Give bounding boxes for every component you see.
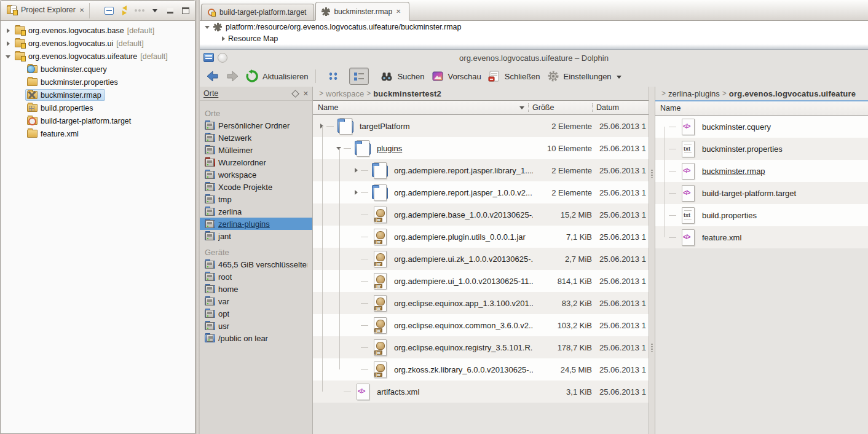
- expander-icon[interactable]: [352, 365, 361, 374]
- places-item[interactable]: 465,5 GiB verschlüsselter C: [200, 258, 312, 270]
- file-row[interactable]: org.eclipse.equinox.common_3.6.0.v2... 1…: [313, 314, 649, 336]
- places-item[interactable]: usr: [200, 320, 312, 332]
- project-explorer-tab[interactable]: Project Explorer ✕: [4, 3, 90, 18]
- close-panel-icon[interactable]: ✕: [303, 90, 309, 98]
- float-panel-icon[interactable]: [291, 90, 299, 98]
- expander-icon[interactable]: [17, 117, 25, 125]
- tree-item[interactable]: org.evenos.logvocatus.base [default]: [2, 24, 194, 37]
- expander-icon[interactable]: [17, 104, 25, 112]
- tree-item[interactable]: build.properties: [2, 101, 194, 114]
- file-row[interactable]: plugins 10 Elemente 25.06.2013 1: [313, 137, 649, 159]
- view-menu-icon[interactable]: [149, 6, 160, 15]
- expander-icon[interactable]: [17, 65, 25, 74]
- file-row[interactable]: artifacts.xml 3,1 KiB 25.06.2013 1: [313, 381, 649, 403]
- refresh-button[interactable]: Aktualisieren: [245, 69, 308, 83]
- panel-sash[interactable]: [195, 0, 200, 434]
- breadcrumb-part[interactable]: zerlina-plugins: [668, 89, 720, 98]
- editor-tab[interactable]: build-target-platform.target: [201, 4, 314, 20]
- outline-row[interactable]: Resource Map: [200, 33, 868, 44]
- icons-view-button[interactable]: [323, 68, 343, 85]
- outline-row[interactable]: platform:/resource/org.evenos.logvocatus…: [200, 21, 868, 33]
- expander-icon[interactable]: [352, 166, 361, 175]
- expander-icon[interactable]: [352, 321, 361, 329]
- file-row[interactable]: org.adempiere.ui.zk_1.0.0.v20130625-... …: [313, 248, 649, 270]
- file-row[interactable]: org.eclipse.equinox.registry_3.5.101.R..…: [313, 336, 649, 358]
- expander-icon[interactable]: [352, 299, 361, 307]
- tree-item[interactable]: org.evenos.logvocatus.ui [default]: [2, 37, 194, 50]
- tab-close-icon[interactable]: ✕: [396, 8, 401, 15]
- search-button[interactable]: Suchen: [380, 69, 424, 83]
- forward-button[interactable]: [226, 69, 239, 83]
- places-item[interactable]: /public on lear: [200, 332, 312, 344]
- tree-item[interactable]: org.evenos.logvocatus.uifeature [default…: [2, 50, 194, 63]
- collapse-all-icon[interactable]: [103, 6, 114, 15]
- view-splitter[interactable]: [649, 87, 655, 434]
- maximize-icon[interactable]: [180, 6, 191, 15]
- minimize-icon[interactable]: [165, 6, 176, 15]
- expander-icon[interactable]: [335, 387, 344, 396]
- link-with-editor-icon[interactable]: [119, 6, 130, 15]
- close-split-button[interactable]: Schließen: [487, 69, 540, 83]
- places-item[interactable]: var: [200, 295, 312, 307]
- places-item[interactable]: tmp: [200, 193, 312, 205]
- expander-icon[interactable]: [4, 52, 13, 61]
- places-item[interactable]: workspace: [200, 168, 312, 181]
- back-button[interactable]: [206, 69, 219, 83]
- places-item[interactable]: root: [200, 270, 312, 283]
- places-item[interactable]: opt: [200, 307, 312, 320]
- expander-icon[interactable]: [4, 26, 13, 35]
- expander-icon[interactable]: [17, 78, 25, 87]
- tree-item[interactable]: feature.xml: [2, 127, 194, 140]
- file-row[interactable]: org.adempiere.report.jasper.library_1...…: [313, 159, 649, 181]
- places-item[interactable]: Mülleimer: [200, 144, 312, 156]
- preview-button[interactable]: Vorschau: [431, 69, 481, 83]
- menu-circle-icon[interactable]: [218, 53, 227, 63]
- file-row[interactable]: org.zkoss.zk.library_6.0.0.v20130625-...…: [313, 358, 649, 381]
- expander-icon[interactable]: [352, 254, 361, 263]
- details-view-button[interactable]: [349, 68, 369, 85]
- expander-icon[interactable]: [352, 277, 361, 285]
- expander-icon[interactable]: [17, 130, 25, 138]
- file-row[interactable]: targetPlatform 2 Elemente 25.06.2013 1: [313, 115, 649, 137]
- file-row[interactable]: org.adempiere.base_1.0.0.v20130625-... 1…: [313, 203, 649, 226]
- tree-item[interactable]: buckminster.rmap: [2, 89, 194, 101]
- column-name[interactable]: Name: [655, 104, 868, 112]
- places-item[interactable]: jant: [200, 230, 312, 242]
- editor-tab[interactable]: buckminster.rmap ✕: [315, 2, 409, 20]
- file-row[interactable]: buckminster.rmap: [655, 160, 868, 182]
- file-row[interactable]: build.properties: [655, 204, 868, 226]
- file-row[interactable]: org.eclipse.equinox.app_1.3.100.v201... …: [313, 292, 649, 314]
- places-item[interactable]: Netzwerk: [200, 132, 312, 144]
- column-size[interactable]: Größe: [528, 103, 592, 112]
- tree-item[interactable]: build-target-platform.target: [2, 114, 194, 127]
- file-row[interactable]: org.adempiere.ui_1.0.0.v20130625-11... 8…: [313, 270, 649, 292]
- expander-icon[interactable]: [4, 39, 13, 48]
- more-actions-icon[interactable]: [134, 6, 145, 15]
- expander-icon[interactable]: [352, 343, 361, 352]
- breadcrumb-part-current[interactable]: buckminstertest2: [373, 89, 441, 98]
- file-row[interactable]: feature.xml: [655, 226, 868, 248]
- file-row[interactable]: buckminster.cquery: [655, 116, 868, 138]
- places-item[interactable]: Persönlicher Ordner: [200, 119, 312, 132]
- file-row[interactable]: org.adempiere.plugin.utils_0.0.0.1.jar 7…: [313, 226, 649, 248]
- expander-icon[interactable]: [352, 210, 361, 219]
- places-item[interactable]: Geräte: [200, 246, 312, 258]
- expander-icon[interactable]: [352, 188, 361, 197]
- view-close-icon[interactable]: ✕: [79, 7, 84, 14]
- settings-button[interactable]: Einstellungen: [546, 69, 621, 83]
- places-item[interactable]: Orte: [200, 107, 312, 119]
- file-row[interactable]: org.adempiere.report.jasper_1.0.0.v2... …: [313, 181, 649, 203]
- places-item[interactable]: Wurzelordner: [200, 156, 312, 168]
- tree-item[interactable]: buckminster.cquery: [2, 63, 194, 76]
- column-date[interactable]: Datum: [592, 103, 649, 112]
- tree-item[interactable]: buckminster.properties: [2, 76, 194, 89]
- file-row[interactable]: buckminster.properties: [655, 138, 868, 160]
- file-row[interactable]: build-target-platform.target: [655, 182, 868, 204]
- expander-icon[interactable]: [352, 232, 361, 241]
- places-item[interactable]: zerlina: [200, 205, 312, 218]
- breadcrumb-part[interactable]: workspace: [326, 89, 364, 98]
- places-item[interactable]: Xcode Projekte: [200, 181, 312, 193]
- places-item[interactable]: zerlina-plugins: [200, 218, 312, 230]
- column-name[interactable]: Name: [313, 103, 528, 112]
- breadcrumb-part-current[interactable]: org.evenos.logvocatus.uifeature: [729, 89, 856, 98]
